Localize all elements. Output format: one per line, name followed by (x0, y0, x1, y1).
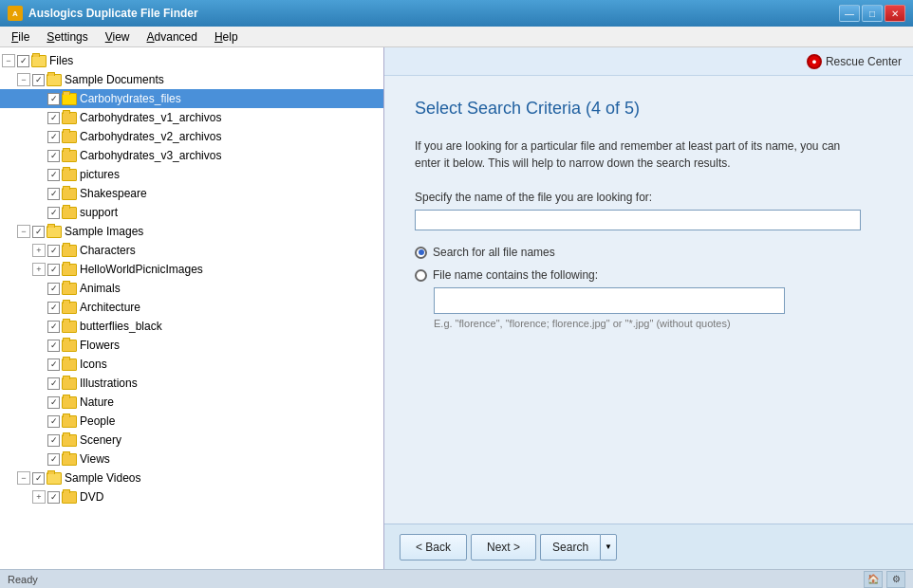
search-dropdown-button[interactable]: ▼ (600, 534, 617, 560)
tree-label-characters: Characters (80, 244, 136, 257)
folder-icon (62, 150, 77, 162)
rescue-center-label[interactable]: Rescue Center (826, 55, 902, 68)
checkbox-architecture[interactable] (47, 302, 60, 314)
checkbox-illustrations[interactable] (47, 377, 60, 390)
folder-icon (31, 55, 47, 67)
checkbox-carbs-v2[interactable] (47, 131, 60, 143)
expand-icon[interactable]: + (32, 263, 46, 276)
expand-icon[interactable]: − (17, 73, 30, 86)
tree-item-views[interactable]: Views (0, 450, 383, 469)
filename-search-input[interactable] (415, 210, 861, 230)
checkbox-flowers[interactable] (47, 340, 60, 352)
expand-icon[interactable]: + (32, 244, 46, 257)
tree-item-pictures[interactable]: pictures (0, 165, 383, 184)
checkbox-views[interactable] (47, 453, 60, 466)
folder-icon (62, 415, 77, 428)
filename-input-container: E.g. "florence", "florence; florence.jpg… (434, 287, 883, 329)
checkbox-sample-docs[interactable] (32, 74, 45, 86)
folder-icon (62, 112, 77, 124)
tree-item-carbs-v2[interactable]: Carbohydrates_v2_archivos (0, 127, 383, 146)
folder-icon (62, 283, 77, 295)
tree-item-dvd[interactable]: +DVD (0, 487, 383, 506)
expand-spacer (32, 206, 46, 219)
close-button[interactable]: ✕ (885, 5, 905, 22)
checkbox-animals[interactable] (47, 283, 60, 295)
window-title: Auslogics Duplicate File Finder (28, 7, 198, 20)
checkbox-icons[interactable] (47, 358, 60, 371)
expand-spacer (32, 339, 46, 352)
tree-item-shakespeare[interactable]: Shakespeare (0, 184, 383, 203)
tree-item-files[interactable]: −Files (0, 51, 383, 70)
checkbox-dvd[interactable] (47, 491, 60, 504)
tree-item-architecture[interactable]: Architecture (0, 298, 383, 317)
checkbox-sample-videos[interactable] (32, 472, 45, 485)
checkbox-carbs-v1[interactable] (47, 112, 60, 124)
expand-icon[interactable]: − (17, 225, 30, 238)
menu-file[interactable]: File (4, 28, 37, 46)
back-button[interactable]: < Back (400, 534, 467, 560)
folder-icon (62, 188, 77, 200)
tree-item-butterflies[interactable]: butterflies_black (0, 317, 383, 336)
expand-icon[interactable]: − (17, 471, 30, 485)
tree-item-hello-world[interactable]: +HelloWorldPicnicImages (0, 260, 383, 279)
checkbox-nature[interactable] (47, 396, 60, 409)
tree-label-pictures: pictures (80, 168, 120, 181)
expand-icon[interactable]: + (32, 490, 46, 504)
radio-option-contains[interactable]: File name contains the following: (415, 268, 883, 282)
tree-item-sample-videos[interactable]: −Sample Videos (0, 469, 383, 487)
hint-text: E.g. "florence", "florence; florence.jpg… (434, 318, 883, 329)
checkbox-scenery[interactable] (47, 434, 60, 447)
filename-contains-input[interactable] (434, 287, 785, 314)
status-text: Ready (8, 574, 38, 585)
tree-item-characters[interactable]: +Characters (0, 241, 383, 260)
tree-item-support[interactable]: support (0, 203, 383, 222)
checkbox-carbs-v3[interactable] (47, 150, 60, 162)
checkbox-carbs-files[interactable] (47, 93, 60, 105)
tree-container[interactable]: −Files−Sample DocumentsCarbohydrates_fil… (0, 47, 383, 569)
checkbox-characters[interactable] (47, 245, 60, 257)
menu-help[interactable]: Help (207, 28, 246, 46)
tree-item-carbs-v1[interactable]: Carbohydrates_v1_archivos (0, 108, 383, 127)
expand-spacer (32, 187, 46, 200)
menu-advanced[interactable]: Advanced (140, 28, 205, 46)
tree-label-hello-world: HelloWorldPicnicImages (80, 263, 203, 276)
checkbox-pictures[interactable] (47, 169, 60, 181)
checkbox-support[interactable] (47, 207, 60, 219)
radio-option-all[interactable]: Search for all file names (415, 246, 883, 259)
radio-all-files[interactable] (415, 247, 427, 259)
menu-settings[interactable]: Settings (39, 28, 95, 46)
search-button[interactable]: Search (540, 534, 600, 560)
radio-filename-contains[interactable] (415, 269, 427, 282)
tree-item-carbs-v3[interactable]: Carbohydrates_v3_archivos (0, 146, 383, 165)
checkbox-sample-images[interactable] (32, 226, 45, 238)
tree-item-people[interactable]: People (0, 412, 383, 431)
radio-all-label: Search for all file names (433, 246, 555, 259)
status-settings-button[interactable]: ⚙ (886, 571, 905, 588)
checkbox-shakespeare[interactable] (47, 188, 60, 200)
menu-view[interactable]: View (98, 28, 138, 46)
minimize-button[interactable]: — (839, 5, 860, 22)
tree-item-flowers[interactable]: Flowers (0, 336, 383, 355)
tree-item-icons[interactable]: Icons (0, 355, 383, 374)
status-home-button[interactable]: 🏠 (864, 571, 883, 588)
tree-item-sample-docs[interactable]: −Sample Documents (0, 70, 383, 89)
checkbox-butterflies[interactable] (47, 321, 60, 333)
checkbox-people[interactable] (47, 415, 60, 428)
tree-label-sample-images: Sample Images (65, 225, 143, 238)
tree-item-carbs-files[interactable]: Carbohydrates_files (0, 89, 383, 108)
folder-icon (62, 93, 77, 105)
maximize-button[interactable]: □ (862, 5, 883, 22)
tree-label-carbs-v3: Carbohydrates_v3_archivos (80, 149, 221, 162)
checkbox-hello-world[interactable] (47, 264, 60, 276)
expand-icon[interactable]: − (2, 54, 15, 67)
tree-label-views: Views (80, 452, 110, 466)
tree-item-animals[interactable]: Animals (0, 279, 383, 298)
tree-item-nature[interactable]: Nature (0, 393, 383, 412)
tree-item-sample-images[interactable]: −Sample Images (0, 222, 383, 241)
checkbox-files[interactable] (17, 55, 29, 67)
tree-item-scenery[interactable]: Scenery (0, 431, 383, 450)
next-button[interactable]: Next > (471, 534, 536, 560)
tree-label-nature: Nature (80, 395, 114, 409)
folder-icon (62, 396, 77, 409)
tree-item-illustrations[interactable]: Illustrations (0, 374, 383, 393)
